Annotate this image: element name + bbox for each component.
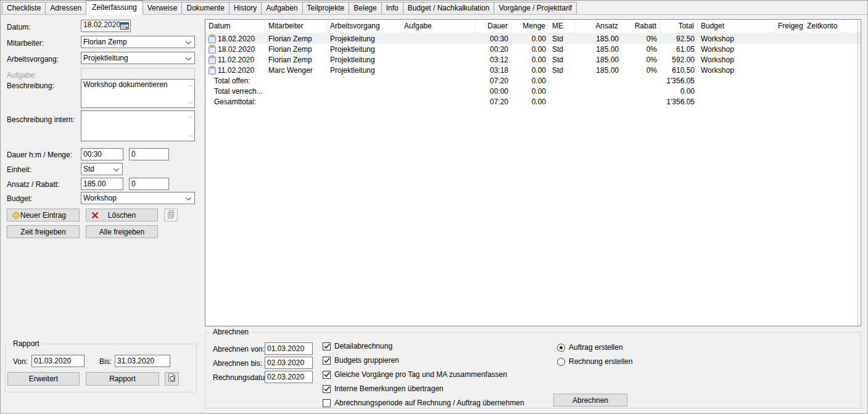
chevron-down-icon: [186, 194, 191, 202]
radio-circle[interactable]: [557, 344, 565, 352]
menge-input[interactable]: [129, 148, 169, 160]
zeit-freigeben-button[interactable]: Zeit freigeben: [7, 225, 80, 238]
ansatz-rabatt-label: Ansatz / Rabatt:: [7, 180, 59, 189]
abrechnen-von-input[interactable]: [265, 342, 313, 355]
column-header-ansatz[interactable]: Ansatz: [575, 20, 622, 33]
entry-note-icon: [209, 56, 216, 64]
radio-auftrag-erstellen[interactable]: Auftrag erstellen: [557, 343, 622, 352]
total-dauer: 07:20: [476, 77, 511, 85]
tab-dokumente[interactable]: Dokumente: [181, 2, 229, 14]
checkbox-interne-bemerkungen-übertragen[interactable]: Interne Bemerkungen übertragen: [323, 384, 444, 393]
checkbox-label: Budgets gruppieren: [334, 356, 399, 365]
column-header-arbeitsvorgang[interactable]: Arbeitsvorgang: [327, 20, 401, 33]
checkbox-abrechnungsperiode-auf-rechnung-auftrag-übernehmen[interactable]: Abrechnungsperiode auf Rechnung / Auftra…: [323, 399, 524, 407]
column-header-aufgabe[interactable]: Aufgabe: [401, 20, 476, 33]
scrollbar-track[interactable]: [858, 20, 858, 326]
tab-verweise[interactable]: Verweise: [143, 2, 183, 14]
rechnungsdatum-input[interactable]: [265, 371, 313, 383]
beschreibung-intern-textarea[interactable]: [81, 110, 195, 141]
arbeitsvorgang-select[interactable]: Projektleitung: [81, 52, 195, 64]
abrechnen-groupbox: Abrechnen Abrechnen von: Abrechnen bis: …: [205, 332, 861, 408]
aufgabe-input: [81, 68, 195, 80]
checkbox-budgets-gruppieren[interactable]: Budgets gruppieren: [323, 356, 399, 365]
tab-zeiterfassung[interactable]: Zeiterfassung: [86, 1, 143, 15]
tab-adressen[interactable]: Adressen: [45, 2, 86, 14]
tab-aufgaben[interactable]: Aufgaben: [261, 2, 302, 14]
table-row[interactable]: 18.02.2020 Florian Zemp Projektleitung 0…: [205, 33, 861, 44]
checkbox-detailabrechnung[interactable]: Detailabrechnung: [323, 342, 392, 350]
column-header-mitarbeiter[interactable]: Mitarbeiter: [265, 20, 327, 33]
rabatt-input[interactable]: [129, 178, 169, 190]
scroll-down-icon[interactable]: [188, 131, 193, 139]
column-header-datum[interactable]: Datum: [205, 20, 265, 33]
checkbox-box[interactable]: [323, 399, 331, 407]
tab-vorgänge-projekttarif[interactable]: Vorgänge / Projekttarif: [494, 2, 577, 14]
cell-budget: Workshop: [698, 45, 775, 54]
total-label: Total offen:: [205, 77, 476, 85]
column-header-zeitkonto[interactable]: Zeitkonto: [804, 20, 844, 33]
rapport-button[interactable]: Rapport: [86, 372, 159, 386]
rapport-bis-input[interactable]: [115, 355, 170, 367]
bis-label: Bis:: [99, 357, 112, 366]
total-amount: 1'356.05: [660, 77, 698, 85]
cell-me: Std: [549, 66, 575, 75]
loeschen-button[interactable]: Löschen: [86, 209, 158, 221]
column-header-me[interactable]: ME: [549, 20, 575, 33]
checkbox-gleiche-vorgänge-pro-tag-und-ma-zusammenfassen[interactable]: Gleiche Vorgänge pro Tag und MA zusammen…: [323, 370, 507, 379]
column-header-dauer[interactable]: Dauer: [476, 20, 511, 33]
cell-arbeitsvorgang: Projektleitung: [327, 56, 401, 64]
tab-belege[interactable]: Belege: [349, 2, 381, 14]
tab-history[interactable]: History: [229, 2, 262, 14]
checkbox-box[interactable]: [323, 385, 331, 393]
scroll-down-icon[interactable]: [188, 97, 193, 106]
cell-mitarbeiter: Florian Zemp: [265, 45, 327, 54]
radio-circle[interactable]: [557, 358, 565, 366]
erweitert-button[interactable]: Erweitert: [7, 372, 80, 386]
budget-select[interactable]: Workshop: [81, 192, 195, 204]
column-header-budget[interactable]: Budget: [698, 20, 775, 33]
beschreibung-label: Beschreibung:: [7, 81, 54, 90]
checkbox-box[interactable]: [323, 357, 331, 365]
abrechnen-button[interactable]: Abrechnen: [553, 394, 627, 407]
column-header-freigeg[interactable]: Freigeg...: [775, 20, 804, 33]
cell-arbeitsvorgang: Projektleitung: [327, 35, 401, 43]
table-row[interactable]: 11.02.2020 Marc Wenger Projektleitung 03…: [205, 65, 861, 75]
radio-rechnung-erstellen[interactable]: Rechnung erstellen: [557, 357, 632, 366]
einheit-select[interactable]: Std: [81, 163, 123, 175]
plus-icon: [12, 212, 20, 219]
scroll-up-icon[interactable]: [188, 81, 193, 89]
table-row[interactable]: 11.02.2020 Florian Zemp Projektleitung 0…: [205, 54, 861, 65]
datum-label: Datum:: [7, 23, 31, 31]
dauer-input[interactable]: [81, 148, 123, 160]
cell-budget: Workshop: [698, 35, 775, 43]
table-row[interactable]: 18.02.2020 Florian Zemp Projektleitung 0…: [205, 44, 861, 54]
alle-freigeben-button[interactable]: Alle freigeben: [86, 225, 158, 238]
column-header-menge[interactable]: Menge: [511, 20, 549, 33]
cell-datum: 18.02.2020: [205, 35, 265, 43]
scroll-up-icon[interactable]: [188, 112, 193, 121]
field-label: Abrechnen von:: [213, 345, 265, 354]
total-label: Gesamttotal:: [205, 97, 476, 106]
cell-budget: Workshop: [698, 66, 775, 75]
checkbox-box[interactable]: [323, 342, 331, 350]
cell-datum: 11.02.2020: [205, 66, 265, 75]
column-header-total[interactable]: Total: [660, 20, 698, 33]
aufgabe-label: Aufgabe:: [7, 71, 36, 80]
mitarbeiter-select[interactable]: Florian Zemp: [81, 36, 195, 48]
datum-input[interactable]: 18.02.2020: [81, 20, 131, 32]
column-header-rabatt[interactable]: Rabatt: [622, 20, 660, 33]
tab-checkliste[interactable]: Checkliste: [2, 2, 46, 14]
abrechnen-bis-input[interactable]: [265, 357, 313, 369]
print-preview-button[interactable]: [165, 372, 179, 386]
tab-budget-nachkalkulation[interactable]: Budget / Nachkalkulation: [403, 2, 495, 14]
rapport-von-input[interactable]: [31, 355, 85, 367]
rapport-groupbox: Rapport Von: Bis: Erweitert Rapport: [5, 344, 197, 392]
beschreibung-textarea[interactable]: Workshop dokumentieren: [81, 79, 195, 108]
neuer-eintrag-button[interactable]: Neuer Eintrag: [7, 209, 80, 221]
checkbox-label: Interne Bemerkungen übertragen: [334, 384, 444, 393]
checkbox-box[interactable]: [323, 371, 331, 379]
tab-teilprojekte[interactable]: Teilprojekte: [302, 2, 350, 14]
ansatz-input[interactable]: [81, 178, 123, 190]
calendar-icon[interactable]: [120, 22, 130, 30]
tab-info[interactable]: Info: [381, 2, 403, 14]
